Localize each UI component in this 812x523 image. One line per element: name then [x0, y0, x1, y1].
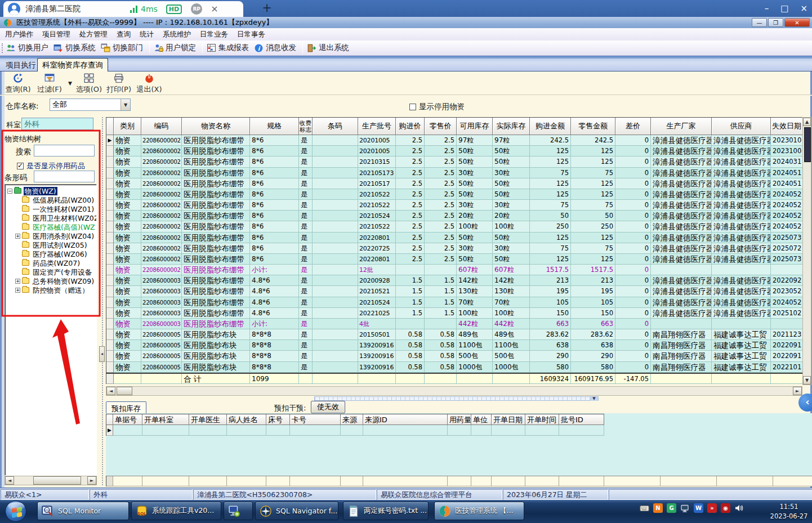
hold-stock-tab[interactable]: 预扣库存	[106, 401, 146, 414]
keyboard-icon[interactable]	[640, 503, 649, 513]
col-header-13[interactable]: 差价	[615, 118, 651, 135]
col-header-1[interactable]: 编码	[141, 118, 182, 135]
table-row[interactable]: 物资22086000003医用脱脂纱布绷带4.8*6是202210251.51.…	[106, 308, 802, 319]
hold-col-header-10[interactable]: 开单日期	[492, 414, 525, 425]
hold-col-header-12[interactable]: 批号ID	[559, 414, 604, 425]
menu-item-6[interactable]: 日常业务	[198, 30, 230, 39]
hold-col-header-2[interactable]: 开单医生	[189, 414, 227, 425]
table-row[interactable]: 物资22086000002医用脱脂纱布绷带8*6是202105222.52.53…	[106, 200, 802, 211]
tab-dept-inventory-query[interactable]: 科室物资库存查询	[37, 58, 108, 71]
table-row[interactable]: 物资22086000002医用脱脂纱布绷带8*6是202208012.52.55…	[106, 254, 802, 265]
menu-item-7[interactable]: 日常事务	[235, 30, 267, 39]
menu-item-4[interactable]: 统计	[137, 30, 156, 39]
col-header-8[interactable]: 零售价	[425, 118, 457, 135]
sidebar-expand-button[interactable]: ‹	[798, 394, 812, 412]
toolbar-button-5[interactable]: i消息收发	[254, 43, 296, 53]
qtoolbar-P[interactable]: 打印(P)	[105, 73, 133, 95]
hold-col-header-7[interactable]: 来源ID	[363, 414, 448, 425]
table-row[interactable]: 物资22086000003医用脱脂纱布绷带4.8*6是202105211.51.…	[106, 286, 802, 297]
qtoolbar-F[interactable]: 过滤(F)	[35, 73, 64, 95]
col-header-14[interactable]: 生产厂家	[651, 118, 712, 135]
tree-item-6[interactable]: 医用试剂(WZ05)	[5, 240, 96, 249]
rp-badge[interactable]: RP	[191, 3, 202, 15]
start-button[interactable]	[5, 500, 26, 522]
splitter-collapse-icon[interactable]: ◂	[99, 346, 105, 362]
taskbar-button-app[interactable]	[224, 502, 253, 520]
menu-item-5[interactable]: 系统维护	[160, 30, 193, 39]
table-row[interactable]: 物资22086000003医用脱脂纱布绷带小计:是4批442粒442粒66366…	[106, 319, 802, 329]
dept-input[interactable]: 外科	[21, 118, 93, 130]
tray-green-icon[interactable]: G	[667, 503, 676, 513]
col-header-3[interactable]: 规格	[250, 118, 299, 135]
volume-icon[interactable]	[734, 503, 744, 513]
hold-col-header-4[interactable]: 床号	[266, 414, 290, 425]
tab-project-exec[interactable]: 项目执行	[6, 60, 36, 70]
qtoolbar-X[interactable]: 退出(X)	[135, 73, 163, 95]
tray-record-icon[interactable]: ◉	[721, 503, 730, 513]
menu-item-3[interactable]: 查询	[114, 30, 133, 39]
table-row[interactable]: 物资22086000002医用脱脂纱布绷带小计:是12批607粒607粒1517…	[106, 265, 802, 275]
scroll-right-icon[interactable]: ►	[87, 476, 96, 485]
table-row[interactable]: 物资22086000005医用脱脂纱布块8*8*8是1392009160.580…	[106, 351, 802, 361]
hold-col-header-1[interactable]: 开单科室	[142, 414, 189, 425]
taskbar-button-SQL Monitor[interactable]: SQLSQL Monitor	[37, 502, 129, 520]
hold-col-header-6[interactable]: 来源	[341, 414, 363, 425]
toolbar-button-2[interactable]: 切换部门	[101, 43, 143, 53]
table-row[interactable]: 物资22086000002医用脱脂纱布绷带8*6是202105222.52.51…	[106, 221, 802, 232]
browser-close-button[interactable]: ×	[800, 5, 807, 13]
tree-item-2[interactable]: 一次性耗材(WZ01)	[5, 204, 96, 213]
menu-item-0[interactable]: 用户操作	[3, 30, 35, 39]
dotbar-arrow-icon[interactable]: ▼	[590, 397, 598, 401]
combo-dropdown-icon[interactable]: ▼	[121, 99, 130, 110]
window-restore-button[interactable]: ❐	[768, 18, 783, 27]
tree-item-4[interactable]: 医疗器械(高值)(WZ	[5, 222, 96, 231]
col-header-9[interactable]: 可用库存	[457, 118, 493, 135]
tray-red-icon[interactable]: »	[707, 503, 717, 513]
tray-blue-icon[interactable]: W	[694, 503, 703, 513]
barcode-input[interactable]	[34, 171, 95, 182]
toolbar-button-1[interactable]: 切换系统	[53, 43, 96, 53]
qtoolbar-R[interactable]: 查询(R)	[4, 73, 32, 95]
table-row[interactable]: 物资22086000003医用脱脂纱布绷带4.8*6是202105241.51.…	[106, 297, 802, 308]
grid-vscrollbar[interactable]: ▲ ▼	[802, 117, 811, 385]
qtoolbar-O[interactable]: 选项(O)	[75, 73, 103, 95]
tray-monitor-icon[interactable]	[680, 503, 690, 513]
hold-col-header-0[interactable]: 单据号	[113, 414, 142, 425]
panel-splitter[interactable]: ◂	[99, 117, 106, 485]
table-row[interactable]: 物资22086000002医用脱脂纱布绷带8*6是202207252.52.53…	[106, 243, 802, 254]
tree-item-0[interactable]: −物资(WZ)	[5, 186, 96, 195]
tray-orange-icon[interactable]: N	[653, 503, 663, 513]
search-input[interactable]	[34, 145, 95, 157]
hold-col-header-5[interactable]: 卡号	[290, 414, 341, 425]
toolbar-button-4[interactable]: 集成报表	[207, 43, 249, 53]
grid-hscrollbar[interactable]: ◄ ►	[106, 386, 802, 396]
filter-dropdown-arrow[interactable]: ▼	[65, 79, 75, 88]
invalidate-button[interactable]: 使无效	[311, 401, 345, 413]
hold-col-header-11[interactable]: 开单时间	[525, 414, 559, 425]
window-minimize-button[interactable]: —	[752, 18, 767, 27]
col-header-16[interactable]: 失效日期	[771, 118, 803, 135]
col-header-15[interactable]: 供应商	[712, 118, 771, 135]
col-header-6[interactable]: 生产批号	[358, 118, 396, 135]
show-disabled-checkbox[interactable]	[409, 104, 416, 110]
col-header-12[interactable]: 零售金额	[571, 118, 615, 135]
tree-item-9[interactable]: 固定资产(专用设备	[5, 267, 96, 276]
table-row[interactable]: 物资22086000002医用脱脂纱布绷带8*6是202105172.52.55…	[106, 178, 802, 189]
toolbar-button-3[interactable]: 用户锁定	[154, 43, 196, 53]
col-header-2[interactable]: 物资名称	[182, 118, 250, 135]
hd-badge[interactable]: HD	[166, 5, 182, 14]
tab-close-icon[interactable]: ×	[211, 5, 218, 14]
col-header-4[interactable]: 收费标志	[299, 118, 313, 135]
table-row[interactable]: 物资22086000003医用脱脂纱布绷带4.8*6是202009281.51.…	[106, 275, 802, 286]
table-row[interactable]: ▶物资22086000002医用脱脂纱布绷带8*6是202010052.52.5…	[106, 135, 802, 146]
table-row[interactable]: 物资22086000002医用脱脂纱布绷带8*6是202010052.52.55…	[106, 146, 802, 157]
tree-item-11[interactable]: +防控物资（赠送）	[5, 285, 96, 294]
table-row[interactable]: 物资22086000005医用脱脂纱布块8*8*8是1392009160.580…	[106, 362, 802, 373]
taskbar-button-医技管理系统 【...[interactable]: 医技管理系统 【...	[434, 502, 524, 520]
col-header-10[interactable]: 实际库存	[493, 118, 530, 135]
tree-item-8[interactable]: 药品类(WZ07)	[5, 258, 96, 267]
col-header-0[interactable]: 类别	[114, 118, 141, 135]
tree-item-5[interactable]: +医用消杀剂(WZ04)	[5, 231, 96, 240]
menu-item-2[interactable]: 处方管理	[77, 30, 110, 39]
tree-item-3[interactable]: 医用卫生材料(WZ02	[5, 213, 96, 222]
